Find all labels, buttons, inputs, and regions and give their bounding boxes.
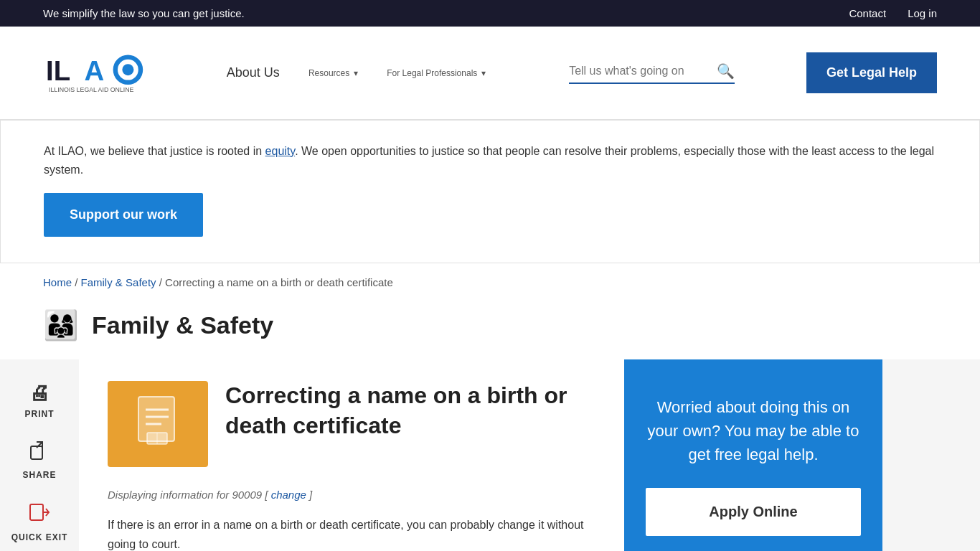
breadcrumb-home[interactable]: Home bbox=[43, 276, 72, 288]
svg-point-4 bbox=[122, 64, 133, 75]
equity-link[interactable]: equity bbox=[265, 145, 296, 157]
article-title: Correcting a name on a birth or death ce… bbox=[225, 381, 595, 441]
mission-text: At ILAO, we believe that justice is root… bbox=[44, 142, 936, 179]
share-action[interactable]: SHARE bbox=[22, 441, 56, 480]
nav-resources[interactable]: Resources ▾ bbox=[294, 68, 372, 78]
svg-text:A: A bbox=[85, 55, 105, 85]
article-area: Correcting a name on a birth or death ce… bbox=[79, 359, 624, 551]
article-top: Correcting a name on a birth or death ce… bbox=[108, 381, 595, 467]
quick-exit-action[interactable]: QUICK EXIT bbox=[11, 501, 68, 542]
article-location: Displaying information for 90009 [ chang… bbox=[108, 489, 595, 501]
print-icon: 🖨 bbox=[29, 381, 50, 405]
svg-rect-8 bbox=[30, 504, 43, 520]
print-action[interactable]: 🖨 PRINT bbox=[25, 381, 55, 419]
search-bar: 🔍 bbox=[569, 62, 735, 84]
search-icon[interactable]: 🔍 bbox=[717, 62, 735, 80]
logo-svg: IL A ILLINOIS LEGAL AID ONLINE bbox=[43, 48, 158, 98]
search-input[interactable] bbox=[569, 65, 712, 77]
support-button[interactable]: Support our work bbox=[44, 193, 203, 237]
svg-text:IL: IL bbox=[46, 55, 70, 85]
document-icon bbox=[133, 395, 183, 453]
main-nav: IL A ILLINOIS LEGAL AID ONLINE About Us … bbox=[0, 27, 980, 120]
svg-text:ILLINOIS LEGAL AID ONLINE: ILLINOIS LEGAL AID ONLINE bbox=[49, 85, 134, 93]
category-header: 👨‍👩‍👧 Family & Safety bbox=[0, 301, 980, 359]
contact-link[interactable]: Contact bbox=[849, 7, 886, 19]
apply-online-button[interactable]: Apply Online bbox=[646, 488, 861, 536]
share-icon bbox=[29, 441, 50, 466]
change-location-link[interactable]: change bbox=[271, 489, 306, 501]
get-legal-help-button[interactable]: Get Legal Help bbox=[806, 52, 937, 93]
family-safety-icon: 👨‍👩‍👧 bbox=[43, 309, 79, 342]
help-text: Worried about doing this on your own? Yo… bbox=[646, 395, 861, 466]
right-sidebar: Worried about doing this on your own? Yo… bbox=[624, 359, 882, 551]
breadcrumb-current: Correcting a name on a birth or death ce… bbox=[165, 276, 393, 288]
breadcrumb: Home / Family & Safety / Correcting a na… bbox=[0, 263, 980, 301]
logo[interactable]: IL A ILLINOIS LEGAL AID ONLINE bbox=[43, 48, 158, 98]
main-content: 🖨 PRINT SHARE QUICK EXIT bbox=[0, 359, 980, 551]
nav-legal-professionals[interactable]: For Legal Professionals ▾ bbox=[372, 68, 500, 78]
breadcrumb-category[interactable]: Family & Safety bbox=[81, 276, 156, 288]
tagline: We simplify the law so you can get justi… bbox=[43, 7, 245, 19]
login-link[interactable]: Log in bbox=[908, 7, 937, 19]
category-title: Family & Safety bbox=[92, 311, 273, 339]
mission-banner: At ILAO, we believe that justice is root… bbox=[0, 120, 980, 263]
top-bar: We simplify the law so you can get justi… bbox=[0, 0, 980, 27]
nav-about[interactable]: About Us bbox=[212, 65, 294, 80]
share-label: SHARE bbox=[22, 470, 56, 480]
nav-links: About Us Resources ▾ For Legal Professio… bbox=[212, 65, 500, 80]
quick-exit-label: QUICK EXIT bbox=[11, 532, 68, 542]
quick-exit-icon bbox=[29, 501, 50, 528]
left-sidebar: 🖨 PRINT SHARE QUICK EXIT bbox=[0, 359, 79, 551]
article-thumbnail bbox=[108, 381, 208, 467]
chevron-down-icon: ▾ bbox=[481, 68, 486, 78]
top-bar-links: Contact Log in bbox=[849, 7, 937, 19]
svg-rect-6 bbox=[31, 446, 42, 459]
print-label: PRINT bbox=[25, 409, 55, 419]
article-body: If there is an error in a name on a birt… bbox=[108, 515, 595, 551]
chevron-down-icon: ▾ bbox=[354, 68, 358, 78]
